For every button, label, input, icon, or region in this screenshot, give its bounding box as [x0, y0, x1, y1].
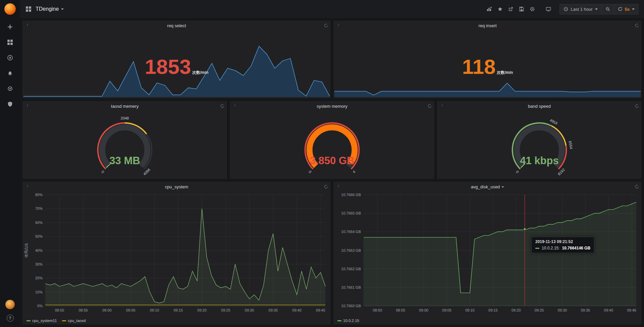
- panel-title[interactable]: req select: [23, 21, 330, 30]
- refresh-button[interactable]: 5s: [614, 4, 639, 14]
- dashboard-settings-button[interactable]: [527, 4, 538, 14]
- alerting-bell-icon[interactable]: [7, 70, 13, 77]
- gauge-threshold-label: 8192: [557, 168, 566, 176]
- panel-loading-icon: [635, 184, 639, 190]
- gauge-threshold-label: 4096: [142, 168, 151, 176]
- y-tick-label: 10.7666 GB: [341, 193, 361, 197]
- x-tick-label: 09:20: [512, 308, 521, 312]
- panel-title[interactable]: system memory: [230, 102, 434, 111]
- x-tick-label: 09:30: [558, 308, 567, 312]
- tooltip-value: 10.7664146 GB: [562, 246, 590, 250]
- help-glyph: ?: [9, 316, 11, 321]
- legend-series-color: [62, 320, 66, 321]
- panel-title-text: req insert: [478, 23, 496, 28]
- tooltip-timestamp: 2019-11-13 09:21:52: [535, 239, 590, 244]
- legend-item[interactable]: cpu_taosd: [62, 319, 86, 323]
- add-panel-button[interactable]: [484, 4, 495, 14]
- chevron-down-icon[interactable]: [61, 8, 64, 10]
- panel-title-text: avg_disk_used: [471, 184, 500, 189]
- panel-title-text: band speed: [528, 104, 551, 109]
- panel-loading-icon: [635, 23, 639, 29]
- star-button[interactable]: [495, 4, 505, 14]
- x-tick-label: 08:55: [78, 308, 88, 312]
- y-tick-label: 40%: [35, 248, 43, 252]
- panel-title-text: req select: [167, 23, 186, 28]
- series-color-icon: [535, 248, 539, 249]
- stat-value: 1853: [145, 56, 191, 77]
- dashboards-grid-icon[interactable]: [7, 39, 13, 46]
- help-icon[interactable]: ?: [7, 315, 14, 322]
- x-tick-label: 09:40: [292, 308, 302, 312]
- panel-info-icon[interactable]: i: [232, 103, 237, 107]
- legend-series-color: [337, 320, 341, 321]
- x-tick-label: 09:10: [150, 308, 159, 312]
- panel-taosd-memory: i taosd memery 020484096 33 MB: [23, 101, 227, 179]
- panel-info-icon[interactable]: i: [440, 103, 444, 107]
- create-plus-icon[interactable]: [7, 24, 13, 30]
- y-tick-label: 10%: [35, 290, 43, 294]
- panel-info-icon[interactable]: i: [336, 183, 341, 188]
- panel-title[interactable]: avg_disk_used: [334, 182, 641, 191]
- chart-legend: cpu_system11cpu_taosd: [26, 319, 86, 323]
- x-tick-label: 09:10: [465, 308, 475, 312]
- x-tick-label: 09:05: [442, 308, 451, 312]
- panel-info-icon[interactable]: i: [25, 103, 30, 107]
- y-tick-label: 60%: [35, 221, 43, 225]
- y-tick-label: 10.7661 GB: [341, 285, 361, 289]
- share-button[interactable]: [505, 4, 516, 14]
- clock-icon: [564, 7, 568, 11]
- server-admin-shield-icon[interactable]: [7, 101, 13, 107]
- panel-loading-icon: [220, 103, 224, 109]
- x-tick-label: 08:55: [396, 308, 405, 312]
- tv-mode-button[interactable]: [543, 4, 554, 14]
- panel-info-icon[interactable]: i: [336, 22, 341, 27]
- panel-loading-icon: [324, 23, 328, 29]
- legend-item[interactable]: cpu_system11: [26, 319, 57, 323]
- time-range-picker[interactable]: Last 1 hour: [559, 4, 601, 14]
- top-navbar: TDengine Last 1 hour 5s: [20, 0, 644, 18]
- y-tick-label: 10.7665 GB: [341, 211, 361, 215]
- cpu-system-chart: 0%10%20%30%40%50%60%70%80%08:5008:5509:0…: [23, 191, 330, 316]
- dashboard-grid-icon[interactable]: [25, 6, 32, 12]
- x-tick-label: 09:25: [535, 308, 544, 312]
- x-tick-label: 09:35: [581, 308, 590, 312]
- chevron-down-icon: [632, 8, 635, 10]
- x-tick-label: 09:30: [245, 308, 254, 312]
- explore-compass-icon[interactable]: [7, 54, 13, 61]
- legend-series-color: [26, 320, 31, 321]
- panel-info-icon[interactable]: i: [25, 183, 30, 188]
- x-tick-label: 09:45: [627, 308, 636, 312]
- hover-point: [524, 228, 526, 230]
- configuration-gear-icon[interactable]: [7, 85, 13, 92]
- gauge-value: 33 MB: [23, 155, 226, 167]
- gauge-threshold-label: 0: [515, 170, 520, 174]
- chart-legend: 10.0.2.15: [337, 319, 359, 323]
- gauge-value: 41 kbps: [438, 155, 641, 167]
- x-tick-label: 09:40: [604, 308, 613, 312]
- dashboard-grid: i req select 1853 次数/min i req insert 11…: [20, 18, 644, 327]
- panel-info-icon[interactable]: i: [25, 22, 30, 27]
- system_memory-gauge-svg: 04: [230, 111, 434, 178]
- panel-loading-icon: [635, 103, 639, 109]
- gauge-threshold-label: 6554: [568, 141, 574, 149]
- panel-title[interactable]: taosd memery: [23, 102, 226, 111]
- panel-title[interactable]: band speed: [438, 102, 641, 111]
- grafana-logo-icon[interactable]: [4, 3, 16, 15]
- x-tick-label: 09:00: [419, 308, 428, 312]
- panel-menu-caret-icon[interactable]: [501, 186, 504, 188]
- x-tick-label: 09:45: [316, 308, 325, 312]
- zoom-out-button[interactable]: [601, 4, 614, 14]
- avg-disk-used-chart: 10.7660 GB10.7661 GB10.7662 GB10.7663 GB…: [334, 191, 641, 316]
- legend-item[interactable]: 10.0.2.15: [337, 319, 359, 323]
- stat-unit: 次数/min: [192, 70, 209, 76]
- y-axis-label: 使用占比: [24, 243, 28, 258]
- x-tick-label: 08:50: [373, 308, 382, 312]
- tooltip-series-label: 10.0.2.15:: [542, 246, 559, 250]
- panel-title[interactable]: req insert: [334, 21, 641, 30]
- panel-title[interactable]: cpu_system: [23, 182, 330, 191]
- save-button[interactable]: [516, 4, 527, 14]
- user-avatar[interactable]: [5, 300, 15, 309]
- x-tick-label: 08:50: [55, 308, 64, 312]
- dashboard-title[interactable]: TDengine: [36, 6, 59, 12]
- y-tick-label: 20%: [35, 276, 43, 280]
